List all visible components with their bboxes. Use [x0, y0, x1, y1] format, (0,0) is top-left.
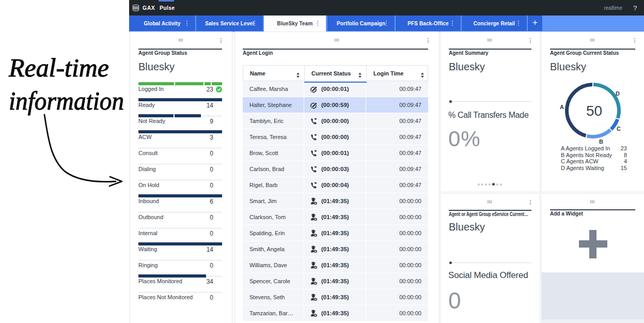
- svg-text:Real-time: Real-time: [8, 53, 109, 82]
- svg-text:information: information: [9, 86, 124, 115]
